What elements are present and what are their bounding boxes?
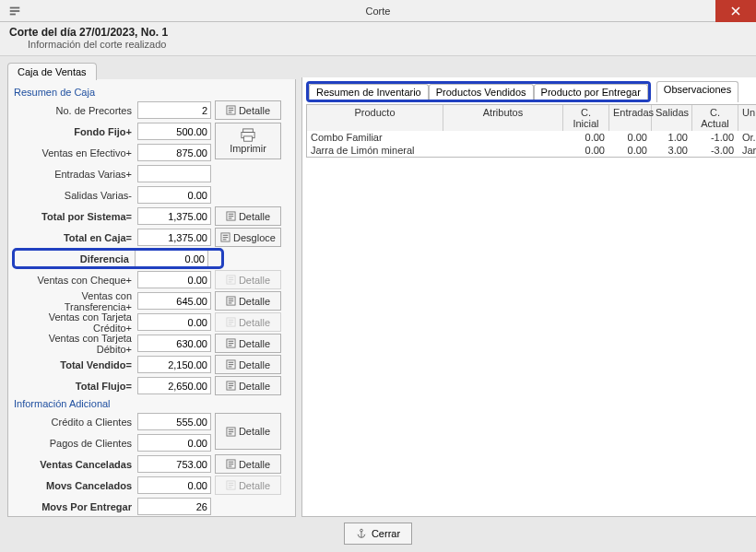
svg-rect-51	[229, 483, 234, 484]
input-movs-cancelados[interactable]	[137, 476, 211, 494]
detalle-precortes-button[interactable]: Detalle	[215, 100, 281, 120]
svg-rect-24	[229, 300, 234, 301]
label-total-sistema: Total por Sistema=	[14, 211, 137, 222]
svg-rect-17	[223, 239, 227, 240]
col-producto[interactable]: Producto	[307, 105, 443, 131]
svg-rect-5	[229, 110, 234, 111]
label-no-precortes: No. de Precortes	[14, 105, 137, 116]
svg-rect-6	[229, 112, 232, 112]
tab-resumen-inventario[interactable]: Resumen de Inventario	[309, 84, 429, 100]
svg-rect-23	[229, 299, 234, 299]
label-ventas-tdeb: Ventas con Tarjeta Débito+	[14, 333, 137, 355]
detalle-vendido-button[interactable]: Detalle	[215, 355, 281, 374]
svg-rect-37	[229, 366, 232, 367]
tab-producto-entregar[interactable]: Producto por Entregar	[534, 84, 648, 100]
label-entradas-varias: Entradas Varias+	[14, 169, 137, 180]
input-ventas-tdeb[interactable]	[137, 335, 211, 352]
detalle-flujo-button[interactable]: Detalle	[215, 376, 281, 395]
input-ventas-transf[interactable]	[137, 292, 211, 310]
detalle-transf-button[interactable]: Detalle	[215, 291, 281, 311]
detalle-movs-canc-button: Detalle	[215, 476, 281, 495]
detalle-sistema-button[interactable]: Detalle	[215, 206, 281, 226]
svg-rect-36	[229, 364, 234, 365]
input-total-flujo[interactable]	[137, 377, 211, 394]
window-close-button[interactable]	[715, 0, 756, 22]
svg-rect-31	[229, 341, 234, 342]
tab-productos-vendidos[interactable]: Productos Vendidos	[429, 84, 534, 100]
label-movs-entregar: Movs Por Entregar	[14, 501, 137, 512]
imprimir-button[interactable]: Imprimir	[215, 123, 281, 159]
col-salidas[interactable]: Salidas	[652, 105, 692, 131]
col-un[interactable]: Un	[738, 105, 756, 131]
svg-rect-19	[229, 277, 234, 278]
label-fondo-fijo: Fondo Fijo+	[14, 126, 137, 137]
col-atributos[interactable]: Atributos	[443, 105, 563, 131]
input-salidas-varias[interactable]	[137, 186, 211, 204]
svg-rect-9	[244, 136, 253, 141]
input-pagos-clientes[interactable]	[137, 434, 211, 452]
tab-observaciones[interactable]: Observaciones	[656, 81, 738, 102]
input-movs-entregar[interactable]	[137, 498, 211, 515]
section-resumen-caja: Resumen de Caja	[14, 87, 289, 98]
svg-rect-32	[229, 343, 234, 344]
col-cinicial[interactable]: C. Inicial	[563, 105, 609, 131]
svg-rect-52	[229, 485, 234, 486]
svg-rect-27	[229, 320, 234, 321]
detalle-tcred-button: Detalle	[215, 312, 281, 332]
detalle-tdeb-button[interactable]: Detalle	[215, 334, 281, 353]
table-row[interactable]: Jarra de Limón mineral0.000.003.00-3.00J…	[307, 144, 756, 157]
grid-header: Producto Atributos C. Inicial Entradas S…	[307, 105, 756, 131]
input-credito-clientes[interactable]	[137, 413, 211, 430]
svg-rect-40	[229, 385, 234, 386]
detalle-canceladas-button[interactable]: Detalle	[215, 454, 281, 474]
inventory-grid[interactable]: Producto Atributos C. Inicial Entradas S…	[306, 104, 756, 158]
svg-rect-33	[229, 345, 232, 346]
inventory-tabs-highlight: Resumen de Inventario Productos Vendidos…	[306, 81, 651, 102]
svg-rect-21	[229, 281, 232, 282]
svg-rect-28	[229, 322, 234, 323]
svg-rect-25	[229, 302, 232, 303]
col-cactual[interactable]: C. Actual	[692, 105, 738, 131]
input-diferencia[interactable]	[135, 250, 208, 267]
tab-caja-ventas[interactable]: Caja de Ventas	[7, 63, 97, 80]
svg-rect-12	[229, 216, 234, 217]
window-title: Corte	[0, 6, 756, 17]
svg-rect-49	[229, 465, 232, 466]
input-ventas-canceladas[interactable]	[137, 455, 211, 473]
input-entradas-varias[interactable]	[137, 165, 211, 182]
input-ventas-tcred[interactable]	[137, 313, 211, 331]
svg-rect-1	[10, 10, 20, 12]
svg-rect-0	[10, 6, 20, 8]
svg-rect-11	[229, 214, 234, 215]
svg-rect-43	[229, 429, 234, 429]
svg-rect-16	[223, 237, 229, 238]
table-row[interactable]: Combo Familiar0.000.001.00-1.00Or...	[307, 131, 756, 144]
svg-rect-44	[229, 431, 234, 432]
input-total-caja[interactable]	[137, 229, 211, 246]
input-ventas-cheque[interactable]	[137, 271, 211, 288]
label-ventas-efectivo: Ventas en Efectivo+	[14, 147, 137, 159]
header-title: Corte del día 27/01/2023, No. 1	[9, 26, 747, 39]
svg-rect-47	[229, 462, 234, 463]
col-entradas[interactable]: Entradas	[609, 105, 652, 131]
detalle-pagos-button[interactable]: Detalle	[215, 413, 281, 450]
svg-rect-20	[229, 279, 234, 280]
input-fondo-fijo[interactable]	[137, 123, 211, 140]
detalle-cheque-button: Detalle	[215, 270, 281, 289]
header-subtitle: Información del corte realizado	[28, 39, 747, 50]
input-total-sistema[interactable]	[137, 207, 211, 225]
label-ventas-canceladas: Ventas Canceladas	[14, 459, 137, 470]
input-ventas-efectivo[interactable]	[137, 144, 211, 161]
svg-rect-15	[223, 235, 229, 236]
input-total-vendido[interactable]	[137, 356, 211, 373]
cerrar-button[interactable]: Cerrar	[344, 523, 412, 545]
svg-rect-39	[229, 383, 234, 384]
label-total-caja: Total en Caja=	[14, 232, 137, 243]
title-bar: Corte	[0, 0, 756, 22]
label-salidas-varias: Salidas Varias-	[14, 190, 137, 201]
label-credito-clientes: Crédito a Clientes	[14, 417, 137, 428]
desgloce-button[interactable]: Desgloce	[215, 228, 281, 247]
svg-rect-45	[229, 433, 232, 434]
input-no-precortes[interactable]	[137, 101, 211, 119]
section-info-adicional: Información Adicional	[14, 398, 289, 409]
